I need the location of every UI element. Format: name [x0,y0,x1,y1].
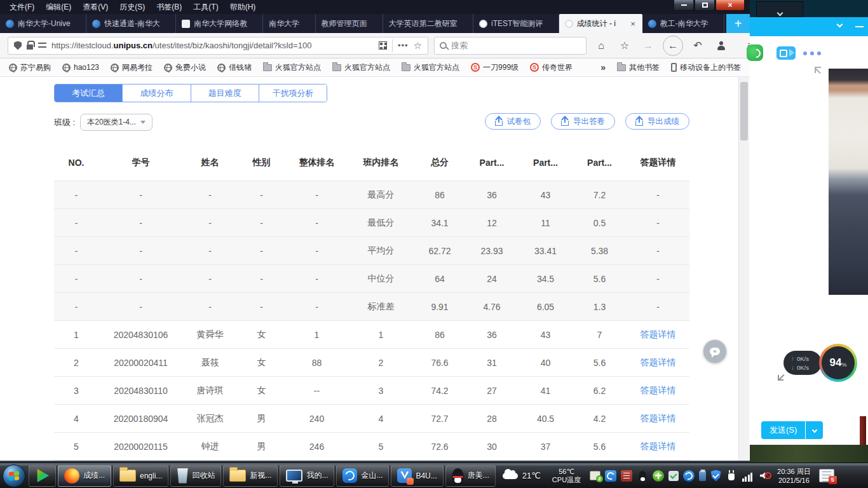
tracking-protection-shield-icon[interactable] [14,41,22,50]
search-bar[interactable] [434,37,587,55]
menu-item[interactable]: 书签(B) [151,0,187,14]
permissions-icon[interactable] [38,43,46,49]
usb-ready-icon[interactable] [668,471,679,481]
bookmark-item[interactable]: 免费小说 [164,62,206,73]
mobile-bookmarks[interactable]: 移动设备上的书签 [671,62,741,73]
browser-tab[interactable]: 南华大学 [263,14,315,33]
menu-item[interactable]: 帮助(H) [224,0,262,14]
feedback-chat-button[interactable] [703,340,726,363]
bookmark-item[interactable]: hao123 [62,63,99,72]
taskbar-button-my-computer[interactable]: 我的... [280,465,334,487]
taskbar-button-tencent-video[interactable] [29,465,56,487]
answer-detail-link[interactable]: 答题详情 [627,441,689,452]
refresh-icon[interactable]: ↶ [689,37,707,55]
qq-shield-icon[interactable] [710,470,721,482]
maximize-button[interactable] [695,0,715,11]
power-plug-icon[interactable] [726,470,737,482]
page-tab[interactable]: 成绩分布 [122,85,190,102]
export-button[interactable]: 导出答卷 [551,113,615,130]
volume-muted-icon[interactable] [757,470,769,482]
bookmark-item[interactable]: 火狐官方站点 [263,62,321,73]
sogou-icon[interactable] [605,470,616,482]
page-actions-icon[interactable]: ••• [398,41,409,50]
taskbar-clock[interactable]: 20:36 周日 2021/5/16 [771,467,817,485]
forward-icon[interactable]: → [639,37,657,55]
bookmark-item[interactable]: 火狐官方站点 [332,62,390,73]
close-button[interactable]: × [715,0,745,11]
menu-item[interactable]: 历史(S) [114,0,151,14]
export-button[interactable]: 导出成绩 [625,113,689,130]
background-window-fragment[interactable] [756,1,803,17]
browser-tab[interactable]: iTEST智能测评 [473,14,559,33]
kingsoft-tray-icon[interactable] [683,470,695,482]
voice-call-icon[interactable] [747,44,763,61]
menu-item[interactable]: 文件(F) [4,0,40,14]
home-icon[interactable]: ⌂ [592,37,610,55]
taskbar-button-recycle-bin[interactable]: 回收站 [170,465,221,487]
other-bookmarks[interactable]: 其他书签 [617,62,660,73]
browser-tab[interactable]: 南华大学-Unive [0,14,86,33]
answer-detail-link[interactable]: 答题详情 [627,357,689,369]
qq-tray-icon[interactable] [637,470,648,482]
page-tab[interactable]: 题目难度 [191,85,259,102]
network-speed-widget[interactable]: ↑0K/s ↓0K/s [783,351,822,375]
scrollbar-thumb[interactable] [740,82,748,140]
qq-minimize-icon[interactable] [855,26,864,27]
menu-item[interactable]: 工具(T) [187,0,224,14]
search-input[interactable] [451,41,581,50]
class-select-dropdown[interactable]: 本20医类1-4... [80,114,153,131]
answer-detail-link[interactable]: 答题详情 [627,329,689,341]
bookmarks-star-icon[interactable]: ☆ [616,37,634,55]
taskbar-button-folder-new[interactable]: 新视... [223,465,278,487]
weather-widget[interactable]: 21℃ [498,471,546,480]
page-tab[interactable]: 考试汇总 [55,85,122,102]
answer-detail-link[interactable]: 答题详情 [627,413,689,424]
taskbar-button-kingsoft[interactable]: 金山... [336,465,389,487]
widget-drag-arrow-icon[interactable] [778,375,783,381]
bookmark-item[interactable]: 网易考拉 [111,62,153,73]
back-icon[interactable]: ← [663,36,683,56]
taskbar-button-qq[interactable]: 唐美... [445,465,496,487]
bookmark-item[interactable]: 苏宁易购 [9,62,51,73]
safe-360-icon[interactable] [653,470,664,482]
bookmark-item[interactable]: S一刀999级 [471,62,519,73]
docs-icon[interactable] [621,470,632,482]
menu-item[interactable]: 编辑(E) [40,0,77,14]
tab-close-icon[interactable]: × [629,19,637,29]
qq-collapse-chevron-icon[interactable] [837,22,843,28]
browser-tab[interactable]: 南华大学网络教 [176,14,263,33]
more-options-icon[interactable] [803,51,821,55]
browser-tab[interactable]: 教师管理页面 [316,14,383,33]
bookmark-star-icon[interactable]: ☆ [414,40,422,51]
bookmark-item[interactable]: 借钱猪 [217,62,252,73]
browser-tab[interactable]: 快速通道-南华大 [86,14,176,33]
send-button[interactable]: 发送(S) [761,421,823,439]
usb-drive-icon[interactable] [699,471,706,481]
bookmarks-overflow-chevron[interactable]: » [600,62,606,72]
bookmark-item[interactable]: S传奇世界 [530,62,573,73]
new-tab-button[interactable]: + [726,14,750,33]
send-options-chevron[interactable] [806,421,823,439]
browser-tab[interactable]: 成绩统计 - i× [559,14,642,33]
menu-item[interactable]: 查看(V) [77,0,114,14]
taskbar-button-firefox[interactable]: 成绩... [58,465,111,487]
ime-indicator-icon[interactable]: 2 [590,471,600,480]
browser-tab[interactable]: 教工-南华大学 [642,14,724,33]
qr-code-icon[interactable] [379,41,387,50]
account-icon[interactable] [712,37,730,55]
export-button[interactable]: 试卷包 [485,113,541,130]
taskbar-button-folder-english[interactable]: engli... [113,465,168,487]
send-button-label[interactable]: 发送(S) [761,421,805,439]
taskbar-button-wps[interactable]: B4U... [391,465,443,487]
start-button[interactable] [3,464,25,487]
cpu-temp-widget[interactable]: 56℃ CPU温度 [548,468,585,484]
notification-center-icon[interactable]: 5 [819,469,834,482]
collapse-arrow-icon[interactable] [815,67,821,73]
browser-tab[interactable]: 大学英语第二教研室 [383,14,473,33]
lock-icon[interactable] [27,44,33,50]
minimize-button[interactable] [674,0,694,11]
network-signal-icon[interactable] [742,470,753,482]
answer-detail-link[interactable]: 答题详情 [627,385,689,396]
video-call-icon[interactable] [776,46,796,60]
url-bar[interactable]: https://itestcloud.unipus.cn/utest/itest… [8,37,428,55]
